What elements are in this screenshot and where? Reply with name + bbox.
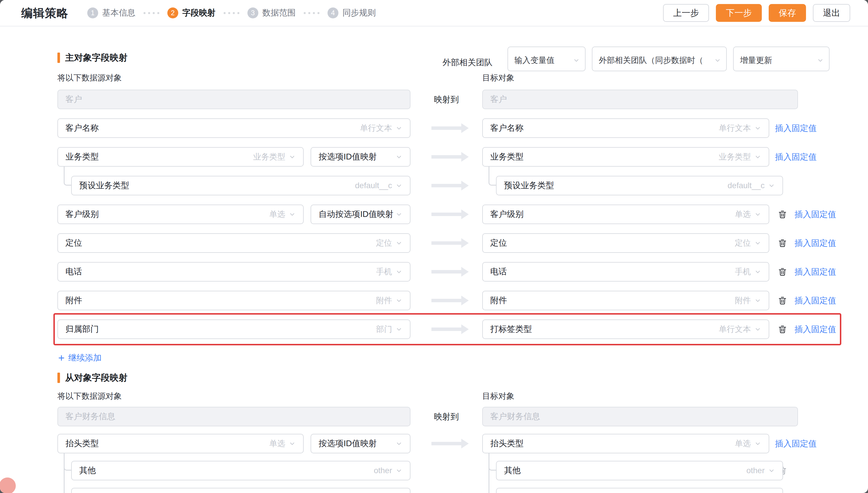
target-field-select[interactable]: 电话手机 bbox=[482, 262, 769, 282]
delete-row-button[interactable] bbox=[776, 262, 789, 282]
step-label: 数据范围 bbox=[262, 7, 296, 19]
field-name-label: 预设业务类型 bbox=[504, 180, 728, 191]
field-type-label: other bbox=[374, 466, 392, 475]
insert-fixed-value-link[interactable]: 插入固定值 bbox=[795, 262, 836, 282]
source-field-select[interactable]: 定位定位 bbox=[58, 233, 410, 253]
field-name-label: 客户名称 bbox=[490, 122, 719, 134]
mapping-method-select[interactable]: 按选项ID值映射 bbox=[311, 147, 410, 167]
field-name-label: 其他 bbox=[79, 465, 374, 476]
source-field-group: 电话手机 bbox=[58, 262, 410, 282]
target-field-select[interactable]: 其他other bbox=[496, 461, 783, 480]
insert-fixed-value-link[interactable]: 插入固定值 bbox=[795, 205, 836, 224]
field-type-label: 单选 bbox=[269, 438, 285, 449]
insert-fixed-value-link[interactable]: 插入固定值 bbox=[775, 119, 817, 138]
field-type-label: 单选 bbox=[735, 438, 751, 449]
target-field-select[interactable]: 抬头类型单选 bbox=[482, 434, 769, 453]
arrow-column bbox=[410, 434, 482, 453]
chevron-down-icon bbox=[754, 125, 761, 132]
source-field-select[interactable]: 预设业务类型default__c bbox=[71, 176, 410, 195]
field-mapping-row: 业务类型业务类型按选项ID值映射业务类型业务类型插入固定值 bbox=[58, 147, 817, 167]
source-object-label: 将以下数据源对象 bbox=[58, 391, 482, 402]
arrow-column bbox=[410, 205, 482, 224]
target-field-select[interactable]: 业务类型业务类型 bbox=[482, 147, 769, 167]
chevron-down-icon bbox=[395, 182, 403, 189]
target-object-input: 客户财务信息 bbox=[482, 407, 798, 426]
target-field-select[interactable]: 客户级别单选 bbox=[482, 205, 769, 224]
partial-dropdown-2[interactable]: 外部相关团队（同步数据时（ bbox=[592, 46, 727, 71]
target-field-select[interactable]: 定位定位 bbox=[482, 233, 769, 253]
field-name-label: 客户级别 bbox=[490, 209, 735, 220]
field-name-label: 客户名称 bbox=[65, 122, 360, 134]
target-field-select[interactable]: 预设业务类型default__c bbox=[496, 176, 783, 195]
step-item-4[interactable]: 4同步规则 bbox=[327, 7, 376, 19]
header: 编辑策略 1基本信息2字段映射3数据范围4同步规则 上一步 下一步 保存 退出 bbox=[0, 0, 868, 26]
partial-dropdown-value: 增量更新 bbox=[740, 55, 772, 66]
insert-fixed-value-link[interactable]: 插入固定值 bbox=[775, 147, 817, 167]
plus-icon bbox=[58, 354, 65, 362]
partial-dropdown-value: 外部相关团队（同步数据时（ bbox=[599, 55, 703, 66]
field-mapping-row: 电话手机电话手机插入固定值 bbox=[58, 262, 836, 282]
delete-row-button[interactable] bbox=[776, 320, 789, 339]
exit-button[interactable]: 退出 bbox=[813, 4, 850, 22]
partial-dropdown-1[interactable]: 输入变量值 bbox=[507, 46, 586, 71]
field-mapping-row: 客户级别单选自动按选项ID值映射客户级别单选插入固定值 bbox=[58, 205, 836, 224]
step-label: 同步规则 bbox=[342, 7, 376, 19]
arrow-column bbox=[410, 147, 482, 167]
continue-add-button[interactable]: 继续添加 bbox=[58, 352, 101, 364]
source-field-select[interactable]: 客户名称单行文本 bbox=[58, 119, 410, 138]
target-field-group: 其他other bbox=[482, 461, 769, 480]
target-field-select[interactable]: 客户名称单行文本 bbox=[482, 119, 769, 138]
mapping-arrow bbox=[431, 327, 461, 331]
target-field-select[interactable]: 附件附件 bbox=[482, 291, 769, 310]
step-item-1[interactable]: 1基本信息 bbox=[87, 7, 136, 19]
clipped-form-row: 外部相关团队 输入变量值外部相关团队（同步数据时（增量更新 bbox=[442, 46, 829, 71]
target-field-group: 附件附件 bbox=[482, 291, 769, 310]
delete-row-button[interactable] bbox=[776, 205, 789, 224]
insert-fixed-value-link[interactable]: 插入固定值 bbox=[795, 320, 836, 339]
source-field-select[interactable]: 归属部门部门 bbox=[58, 320, 410, 339]
chevron-down-icon bbox=[289, 211, 296, 218]
mapping-method-select[interactable]: 自动按选项ID值映射 bbox=[311, 205, 410, 224]
step-item-2[interactable]: 2字段映射 bbox=[167, 7, 215, 19]
nested-connector-left bbox=[64, 453, 71, 493]
source-field-group: 客户名称单行文本 bbox=[58, 119, 410, 138]
delete-row-button[interactable] bbox=[776, 233, 789, 253]
mapping-arrow bbox=[431, 270, 461, 274]
target-field-group: 预设业务类型default__c bbox=[482, 176, 769, 195]
step-label: 字段映射 bbox=[182, 7, 215, 19]
object-row: 客户映射到客户 bbox=[58, 90, 798, 109]
step-item-3[interactable]: 3数据范围 bbox=[247, 7, 296, 19]
source-field-select[interactable]: 抬头类型单选 bbox=[58, 434, 304, 453]
field-type-label: default__c bbox=[728, 181, 765, 190]
field-name-label: 定位 bbox=[490, 237, 735, 249]
save-button[interactable]: 保存 bbox=[769, 4, 806, 22]
delete-row-button[interactable] bbox=[776, 291, 789, 310]
source-field-group: 附件附件 bbox=[58, 291, 410, 310]
mapping-method-select[interactable]: 按选项ID值映射 bbox=[311, 434, 410, 453]
insert-fixed-value-link[interactable]: 插入固定值 bbox=[775, 434, 817, 453]
field-type-label: 单行文本 bbox=[719, 123, 751, 134]
partial-dropdown-3[interactable]: 增量更新 bbox=[733, 46, 829, 71]
field-mapping-row: 预设业务类型default__c预设业务类型default__c bbox=[58, 176, 769, 195]
mapping-arrow bbox=[431, 213, 461, 216]
chevron-down-icon bbox=[395, 125, 403, 132]
source-field-select[interactable]: 电话手机 bbox=[58, 262, 410, 282]
arrow-column bbox=[410, 291, 482, 310]
source-field-select[interactable]: 客户级别单选 bbox=[58, 205, 304, 224]
prev-step-button[interactable]: 上一步 bbox=[663, 4, 709, 22]
chevron-down-icon bbox=[395, 297, 403, 304]
source-field-select[interactable]: 个人1 bbox=[71, 488, 410, 493]
target-field-select[interactable]: 个人1 bbox=[496, 488, 783, 493]
trash-icon bbox=[778, 238, 787, 248]
target-field-select[interactable]: 打标签类型单行文本 bbox=[482, 320, 769, 339]
insert-fixed-value-link[interactable]: 插入固定值 bbox=[795, 291, 836, 310]
insert-fixed-value-link[interactable]: 插入固定值 bbox=[795, 233, 836, 253]
source-field-select[interactable]: 业务类型业务类型 bbox=[58, 147, 304, 167]
form-content: 外部相关团队 输入变量值外部相关团队（同步数据时（增量更新 主对象字段映射将以下… bbox=[0, 52, 868, 493]
source-field-select[interactable]: 附件附件 bbox=[58, 291, 410, 310]
section-title-text: 从对象字段映射 bbox=[65, 372, 128, 384]
field-name-label: 自动按选项ID值映射 bbox=[319, 209, 395, 220]
target-field-group: 业务类型业务类型 bbox=[482, 147, 769, 167]
next-step-button[interactable]: 下一步 bbox=[716, 4, 762, 22]
source-field-select[interactable]: 其他other bbox=[71, 461, 410, 480]
